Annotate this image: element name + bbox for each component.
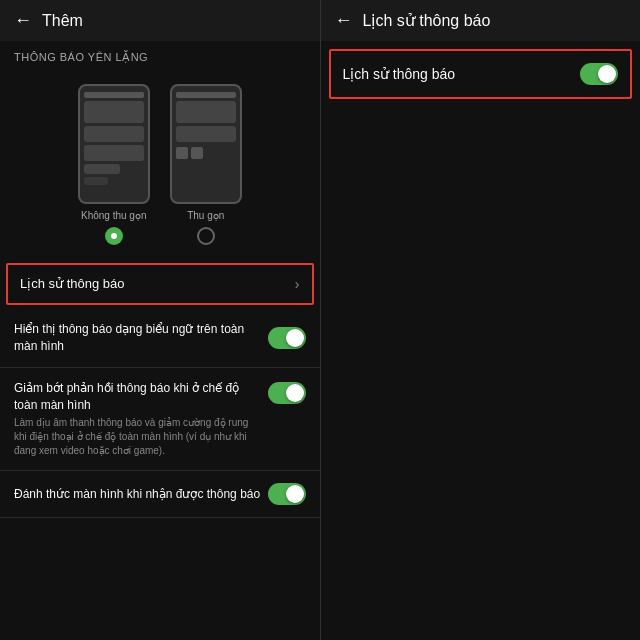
notif-block-6: [176, 101, 236, 123]
right-title: Lịch sử thông báo: [363, 11, 491, 30]
lich-su-text: Lịch sử thông báo: [20, 275, 287, 293]
toggle-thumb-2: [286, 384, 304, 402]
notif-block-7: [176, 126, 236, 142]
toggle-track-right: [580, 63, 618, 85]
right-back-button[interactable]: ←: [335, 10, 353, 31]
right-lich-su-toggle[interactable]: [580, 63, 618, 85]
chevron-icon: ›: [295, 276, 300, 292]
notif-block-5: [84, 177, 108, 185]
left-title: Thêm: [42, 12, 83, 30]
notif-block-1: [84, 101, 144, 123]
phone-label-1: Không thu gọn: [81, 210, 147, 221]
notif-block-2: [84, 126, 144, 142]
phone-mockup-collapsed[interactable]: Thu gọn: [170, 84, 242, 245]
danh-thuc-setting[interactable]: Đánh thức màn hình khi nhận được thông b…: [0, 471, 320, 518]
right-panel: ← Lịch sử thông báo Lịch sử thông báo: [321, 0, 641, 640]
hien-thi-toggle[interactable]: [268, 327, 306, 349]
hien-thi-setting[interactable]: Hiển thị thông báo dạng biểu ngữ trên to…: [0, 309, 320, 368]
status-bar-2: [176, 92, 236, 98]
phone-label-2: Thu gọn: [187, 210, 224, 221]
radio-inactive[interactable]: [197, 227, 215, 245]
lich-su-setting[interactable]: Lịch sử thông báo ›: [6, 263, 314, 305]
right-header: ← Lịch sử thông báo: [321, 0, 641, 41]
left-panel: ← Thêm THÔNG BÁO YÊN LẶNG Không thu gọn: [0, 0, 321, 640]
notif-icon-1: [176, 147, 188, 159]
giam-bot-text: Giảm bớt phản hồi thông báo khi ở chế độ…: [14, 380, 260, 414]
notif-icon-2: [191, 147, 203, 159]
giam-bot-toggle[interactable]: [268, 382, 306, 404]
section-label: THÔNG BÁO YÊN LẶNG: [0, 41, 320, 70]
left-back-button[interactable]: ←: [14, 10, 32, 31]
status-bar-1: [84, 92, 144, 98]
giam-bot-setting[interactable]: Giảm bớt phản hồi thông báo khi ở chế độ…: [0, 368, 320, 472]
giam-bot-subtext: Làm dịu âm thanh thông báo và giảm cường…: [14, 416, 260, 458]
phone-mockup-area: Không thu gọn Thu gọn: [0, 70, 320, 259]
danh-thuc-toggle[interactable]: [268, 483, 306, 505]
toggle-track-1: [268, 327, 306, 349]
notif-block-4: [84, 164, 120, 174]
toggle-thumb-3: [286, 485, 304, 503]
danh-thuc-text: Đánh thức màn hình khi nhận được thông b…: [14, 486, 268, 503]
left-header: ← Thêm: [0, 0, 320, 41]
svg-point-0: [111, 233, 117, 239]
hien-thi-text: Hiển thị thông báo dạng biểu ngữ trên to…: [14, 321, 268, 355]
toggle-track-3: [268, 483, 306, 505]
phone-mockup-expanded[interactable]: Không thu gọn: [78, 84, 150, 245]
phone-frame-1: [78, 84, 150, 204]
right-lich-su-setting[interactable]: Lịch sử thông báo: [329, 49, 633, 99]
radio-active[interactable]: [105, 227, 123, 245]
phone-frame-2: [170, 84, 242, 204]
notif-block-3: [84, 145, 144, 161]
right-lich-su-text: Lịch sử thông báo: [343, 66, 456, 82]
toggle-thumb-1: [286, 329, 304, 347]
toggle-thumb-right: [598, 65, 616, 83]
toggle-track-2: [268, 382, 306, 404]
